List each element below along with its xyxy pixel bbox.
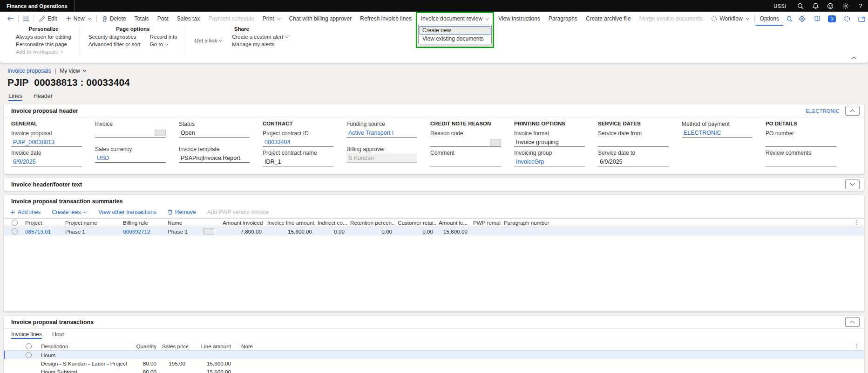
- view-selector[interactable]: My view: [60, 68, 87, 74]
- column-header-customer-retainage[interactable]: Customer retai...: [395, 220, 436, 226]
- section-title[interactable]: Invoice proposal transactions: [11, 319, 94, 325]
- get-a-link-button[interactable]: Get a link: [195, 33, 223, 48]
- sales-currency-value[interactable]: USD: [95, 153, 166, 163]
- row-select-radio[interactable]: [26, 352, 32, 358]
- review-comments-input[interactable]: [766, 157, 836, 166]
- comment-input[interactable]: [430, 157, 501, 166]
- invoice-template-value[interactable]: PSAProjInvoice.Report: [179, 153, 250, 163]
- tab-header[interactable]: Header: [34, 93, 53, 101]
- invoice-document-review-button[interactable]: Invoice document review: [417, 13, 493, 24]
- row-select-radio[interactable]: [12, 228, 18, 235]
- cell-line-amount[interactable]: 15,600.00: [195, 360, 234, 366]
- column-header-indirect-cost[interactable]: Indirect co...: [315, 220, 347, 226]
- post-button[interactable]: Post: [153, 12, 173, 26]
- project-contract-name-value[interactable]: IDR_1: [263, 157, 333, 166]
- tab-hour[interactable]: Hour: [52, 331, 64, 339]
- status-value[interactable]: Open: [179, 128, 250, 138]
- advanced-filter-or-sort-button[interactable]: Advanced filter or sort: [88, 41, 141, 48]
- sync-status-icon[interactable]: [841, 13, 854, 24]
- column-header-note[interactable]: Note: [234, 343, 266, 349]
- po-number-input[interactable]: [766, 138, 836, 147]
- method-of-payment-value[interactable]: ELECTRONIC: [682, 128, 753, 138]
- new-button[interactable]: New: [61, 12, 95, 26]
- column-header-description[interactable]: Description: [38, 343, 127, 349]
- record-info-button[interactable]: Record info: [150, 33, 177, 41]
- delete-button[interactable]: Delete: [98, 12, 130, 26]
- create-fees-button[interactable]: Create fees: [52, 209, 87, 215]
- transactions-data-row[interactable]: Design - S Kundan - Labor - Project mana…: [4, 359, 864, 367]
- app-title[interactable]: Finance and Operations: [0, 3, 74, 9]
- messages-badge-icon[interactable]: 3: [826, 13, 839, 24]
- section-title[interactable]: Invoice header/footer text: [11, 181, 82, 188]
- cell-amount-invoiced[interactable]: 7,800.00: [220, 228, 264, 235]
- project-contract-id-value[interactable]: 00033404: [263, 138, 333, 147]
- cell-description[interactable]: Hours Subtotal: [38, 369, 127, 373]
- add-lines-button[interactable]: Add lines: [10, 209, 41, 215]
- menu-item-create-new[interactable]: Create new: [420, 26, 490, 35]
- manage-my-alerts-button[interactable]: Manage my alerts: [232, 41, 289, 48]
- grid-options-kebab-icon[interactable]: [854, 343, 860, 349]
- transactions-subtotal-row[interactable]: Hours Subtotal 80.00 15,600.00: [4, 367, 864, 373]
- summaries-row[interactable]: 085713.01 Phase 1 000392712 Phase 1 7,80…: [4, 227, 864, 235]
- column-header-quantity[interactable]: Quantity: [127, 343, 159, 349]
- cell-billing-rule[interactable]: 000392712: [120, 228, 165, 235]
- cell-project[interactable]: 085713.01: [22, 228, 62, 235]
- open-in-new-window-icon[interactable]: [855, 13, 868, 24]
- column-header-pwp-remaining[interactable]: PWP remai...: [470, 220, 501, 226]
- cell-description[interactable]: Design - S Kundan - Labor - Project mana…: [38, 360, 127, 366]
- paragraphs-button[interactable]: Paragraphs: [544, 12, 582, 26]
- column-header-amount-invoiced[interactable]: Amount invoiced: [220, 220, 264, 226]
- lookup-ellipsis-button[interactable]: [203, 228, 214, 235]
- feedback-smiley-icon[interactable]: [823, 0, 838, 12]
- select-all-radio[interactable]: [12, 220, 18, 226]
- menu-item-view-existing-documents[interactable]: View existing documents: [420, 35, 490, 43]
- create-archive-file-button[interactable]: Create archive file: [582, 12, 635, 26]
- cell-indirect-cost[interactable]: 0.00: [315, 228, 347, 235]
- column-header-name[interactable]: Name: [165, 220, 220, 226]
- options-tab[interactable]: Options: [756, 12, 783, 26]
- cell-description[interactable]: Hours: [38, 352, 127, 358]
- cell-line-amount[interactable]: 15,600.00: [195, 369, 234, 373]
- cell-quantity[interactable]: 80.00: [127, 360, 159, 366]
- invoice-input[interactable]: [95, 128, 166, 138]
- back-button[interactable]: [4, 12, 17, 26]
- select-all-radio[interactable]: [26, 343, 32, 349]
- grid-options-kebab-icon[interactable]: [854, 219, 860, 226]
- go-to-button[interactable]: Go to: [150, 41, 177, 48]
- always-open-for-editing-button[interactable]: Always open for editing: [16, 33, 71, 41]
- collapse-section-button[interactable]: [845, 106, 860, 116]
- search-icon[interactable]: [793, 0, 808, 12]
- dynamics-diamond-icon[interactable]: [796, 13, 809, 24]
- lookup-ellipsis-button[interactable]: [490, 139, 501, 145]
- column-header-line-amount[interactable]: Line amount: [195, 343, 234, 349]
- breadcrumb-invoice-proposals-link[interactable]: Invoice proposals: [7, 68, 51, 74]
- expand-section-button[interactable]: [845, 180, 860, 189]
- security-diagnostics-button[interactable]: Security diagnostics: [88, 33, 141, 41]
- cell-invoice-line-amount[interactable]: 15,600.00: [264, 228, 315, 235]
- totals-button[interactable]: Totals: [130, 12, 153, 26]
- refresh-invoice-lines-button[interactable]: Refresh invoice lines: [356, 12, 416, 26]
- edit-button[interactable]: Edit: [35, 12, 61, 26]
- invoice-date-value[interactable]: 6/9/2025: [11, 157, 82, 166]
- lookup-ellipsis-button[interactable]: [155, 130, 166, 136]
- tab-lines[interactable]: Lines: [8, 93, 22, 101]
- invoicing-group-value[interactable]: InvoiceGrp: [514, 157, 585, 166]
- collapse-ribbon-chevron-icon[interactable]: [851, 55, 857, 61]
- view-instructions-button[interactable]: View instructions: [494, 12, 544, 26]
- cell-customer-retainage[interactable]: 0.00: [395, 228, 436, 235]
- help-icon[interactable]: [853, 0, 868, 12]
- service-date-from-input[interactable]: [598, 138, 669, 147]
- workflow-button[interactable]: Workflow: [707, 12, 753, 26]
- service-date-to-value[interactable]: 6/9/2025: [598, 157, 669, 166]
- column-header-billing-rule[interactable]: Billing rule: [120, 220, 165, 226]
- show-list-button[interactable]: [20, 12, 33, 26]
- cell-retention-percentage[interactable]: 0.00: [347, 228, 395, 235]
- column-header-amount-left[interactable]: Amount le...: [436, 220, 470, 226]
- funding-source-value[interactable]: Active Transport I: [346, 128, 417, 138]
- invoice-proposal-value[interactable]: PJIP_00038813: [11, 138, 82, 147]
- remove-button[interactable]: Remove: [168, 209, 196, 215]
- reason-code-input[interactable]: [430, 138, 501, 147]
- column-header-retention-percentage[interactable]: Retention percen...: [347, 220, 395, 226]
- column-header-paragraph-number[interactable]: Paragraph number: [501, 220, 549, 226]
- cell-sales-price[interactable]: 195.00: [159, 360, 188, 366]
